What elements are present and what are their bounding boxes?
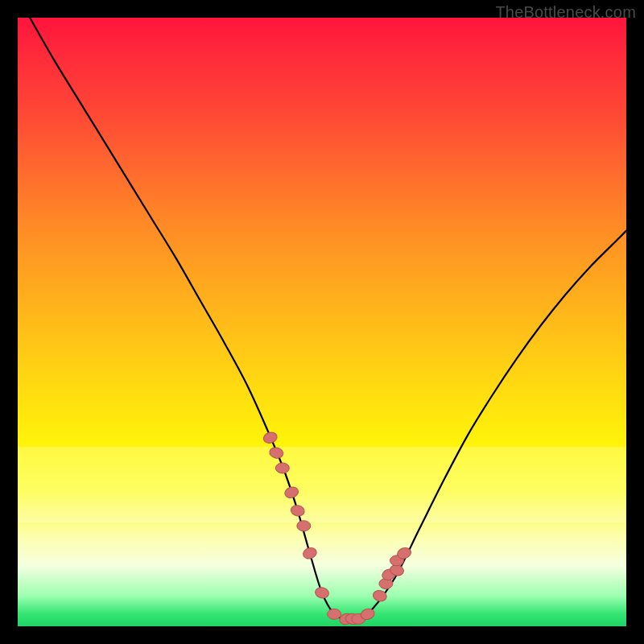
marker-dot [275,463,289,473]
plot-area [18,18,626,626]
bottleneck-curve [30,18,626,620]
outer-frame: TheBottleneck.com [0,0,644,644]
marker-dot [290,504,305,517]
marker-dot [262,431,279,445]
marker-dot [283,485,299,500]
marker-dot [269,446,284,459]
marker-dot [297,521,311,531]
marker-dot [302,546,318,560]
watermark-text: TheBottleneck.com [495,3,636,22]
marker-group [262,431,413,626]
marker-dot [314,586,329,599]
curve-layer [18,18,626,626]
marker-dot [328,609,341,619]
